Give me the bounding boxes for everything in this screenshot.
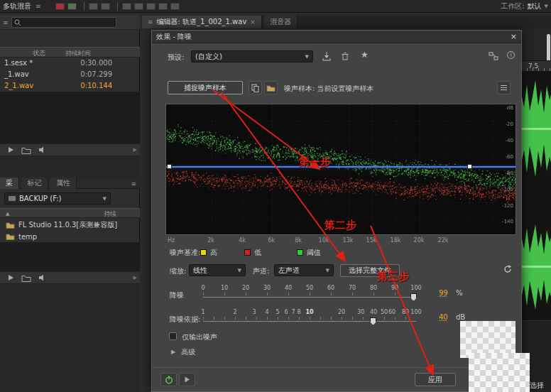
noise-reduction-slider[interactable]: 0 10 20 30 40 50 60 70 80 90 100: [203, 285, 416, 305]
y-axis-label: -140: [502, 219, 513, 224]
browser-panel-toolbar: ▶: [0, 271, 140, 284]
y-axis-label: dB: [507, 105, 513, 111]
noise-floor-graph[interactable]: dB -20 -40 -60 -80 -100 -120 -140: [165, 104, 516, 235]
slider-tick-label: 2: [233, 309, 236, 315]
file-duration: 0:07.299: [80, 70, 112, 78]
output-noise-only-checkbox[interactable]: [169, 332, 177, 340]
browser-table-header[interactable]: ▲ 持续: [0, 208, 140, 218]
waveform-area[interactable]: [521, 72, 551, 320]
slider-tick-label: 60: [388, 309, 395, 315]
favorite-star-icon[interactable]: ★: [361, 50, 369, 60]
file-row[interactable]: _1.wav 0:07.299: [0, 69, 140, 80]
app-window: 多轨混音 ≡ 工作区: 默认 ▼ ≡ 编辑器: 轨道_1_002_1.wav ×…: [0, 0, 551, 392]
reduce-by-handle[interactable]: [370, 317, 376, 325]
noise-floor-handle-right[interactable]: [467, 164, 472, 169]
slider-track[interactable]: [203, 297, 416, 298]
drive-select[interactable]: BACKUP (F:) ▼: [4, 192, 111, 205]
y-axis-label: -120: [502, 203, 513, 209]
tree-item[interactable]: temp: [0, 231, 140, 242]
slider-tick-label: 20: [242, 285, 249, 291]
load-noise-print-button[interactable]: [264, 81, 278, 94]
sort-asc-icon[interactable]: ▲: [6, 211, 9, 217]
panel-menu-icon[interactable]: ≡: [3, 19, 9, 26]
search-input[interactable]: [23, 19, 109, 26]
file-row[interactable]: 2_1.wav 0:10.144: [0, 80, 140, 92]
noise-print-menu-button[interactable]: [497, 81, 511, 94]
slider-tick-label: 20: [338, 309, 345, 315]
y-axis-label: -80: [506, 170, 513, 176]
noise-reduction-handle[interactable]: [410, 293, 417, 301]
play-icon[interactable]: [7, 274, 14, 281]
reduce-by-slider[interactable]: 1 2 3 4 5 6 7 8 10 20 30 40 50 60 80 100: [203, 309, 416, 329]
tab-editor-label: 编辑器: 轨道_1_002_1.wav: [157, 17, 247, 27]
tab-properties[interactable]: 属性: [50, 178, 77, 189]
routing-icon[interactable]: [489, 52, 498, 60]
mosaic-watermark: [469, 353, 530, 392]
time-selection-tool-icon[interactable]: [122, 3, 131, 10]
import-folder-icon[interactable]: [21, 274, 31, 282]
noise-floor-handle-left[interactable]: [167, 164, 172, 169]
tab-markers[interactable]: 标记: [22, 178, 48, 189]
tab-editor[interactable]: ≡ 编辑器: 轨道_1_002_1.wav ×: [142, 16, 262, 28]
files-search-row: ≡: [0, 16, 140, 30]
scroll-right-icon[interactable]: ▶: [133, 275, 137, 281]
workspace-value[interactable]: 默认: [528, 1, 542, 11]
play-icon[interactable]: [7, 146, 14, 153]
noise-floor-line[interactable]: [166, 166, 515, 168]
drive-value: BACKUP (F:): [19, 195, 61, 202]
x-axis-label: 22k: [438, 237, 449, 244]
move-tool-icon[interactable]: [89, 3, 98, 10]
reduce-by-value[interactable]: 40: [439, 313, 448, 321]
paintbrush-tool-icon[interactable]: [158, 3, 168, 10]
panel-menu-icon[interactable]: ≡: [131, 180, 136, 187]
slider-tick-label: 100: [410, 309, 421, 315]
files-table-header[interactable]: 状态 持续时间: [0, 47, 140, 58]
scroll-right-icon[interactable]: ▶: [133, 147, 137, 153]
apply-button[interactable]: 应用: [415, 373, 456, 386]
dialog-close-icon[interactable]: ×: [511, 33, 517, 40]
razor-tool-icon[interactable]: [101, 3, 110, 10]
speaker-icon[interactable]: [38, 274, 47, 281]
preset-select[interactable]: (自定义) ▼: [191, 50, 313, 62]
effect-power-toggle[interactable]: [160, 373, 177, 386]
advanced-expander-icon[interactable]: ▶: [171, 349, 175, 355]
tree-item[interactable]: FL Studio 11.0.3[亲测兼容版]: [0, 219, 140, 231]
time-ruler[interactable]: 7.5: [521, 60, 551, 72]
tab-mixer[interactable]: 混音器: [264, 16, 298, 28]
noise-graph-canvas[interactable]: [166, 104, 515, 234]
scale-select[interactable]: 线性 ▼: [189, 264, 246, 276]
slider-tick-label: 80: [402, 309, 409, 315]
preview-play-button[interactable]: [179, 373, 195, 386]
help-info-icon[interactable]: i: [507, 51, 515, 59]
advanced-label[interactable]: 高级: [181, 347, 195, 357]
files-list-empty[interactable]: [0, 92, 140, 143]
delete-preset-icon[interactable]: [342, 52, 349, 60]
capture-noise-print-button[interactable]: 捕捉噪声样本: [168, 81, 243, 94]
panel-menu-icon[interactable]: ≡: [36, 3, 41, 10]
metronome-tool-icon[interactable]: [67, 3, 77, 10]
search-box[interactable]: [11, 17, 116, 28]
lasso-tool-icon[interactable]: [146, 3, 156, 10]
preset-value: (自定义): [195, 52, 222, 62]
workspace-chevron-icon[interactable]: ▼: [545, 4, 548, 9]
tab-close-icon[interactable]: ×: [250, 18, 256, 26]
save-preset-icon[interactable]: [322, 52, 331, 61]
power-icon: [165, 375, 173, 384]
channel-select[interactable]: 左声道 ▼: [274, 264, 334, 276]
selection-label: 选择: [530, 381, 544, 391]
slider-track[interactable]: [203, 321, 416, 322]
import-folder-icon[interactable]: [21, 146, 31, 154]
tab-media-browser[interactable]: 采: [0, 178, 19, 189]
noise-reduction-value[interactable]: 99: [439, 289, 448, 297]
col-duration-short[interactable]: 持续: [104, 209, 116, 219]
record-tool-icon[interactable]: [55, 3, 65, 10]
speaker-icon[interactable]: [38, 146, 47, 153]
apply-label: 应用: [428, 375, 442, 385]
copy-noise-print-button[interactable]: [249, 81, 262, 94]
dialog-titlebar[interactable]: 效果 - 降噪 ×: [152, 31, 521, 43]
marquee-tool-icon[interactable]: [134, 3, 143, 10]
reset-icon[interactable]: [503, 264, 513, 274]
browser-list-empty[interactable]: [0, 242, 140, 271]
spot-healing-tool-icon[interactable]: [170, 3, 180, 10]
file-row[interactable]: 1.sesx * 0:30.000: [0, 58, 140, 69]
